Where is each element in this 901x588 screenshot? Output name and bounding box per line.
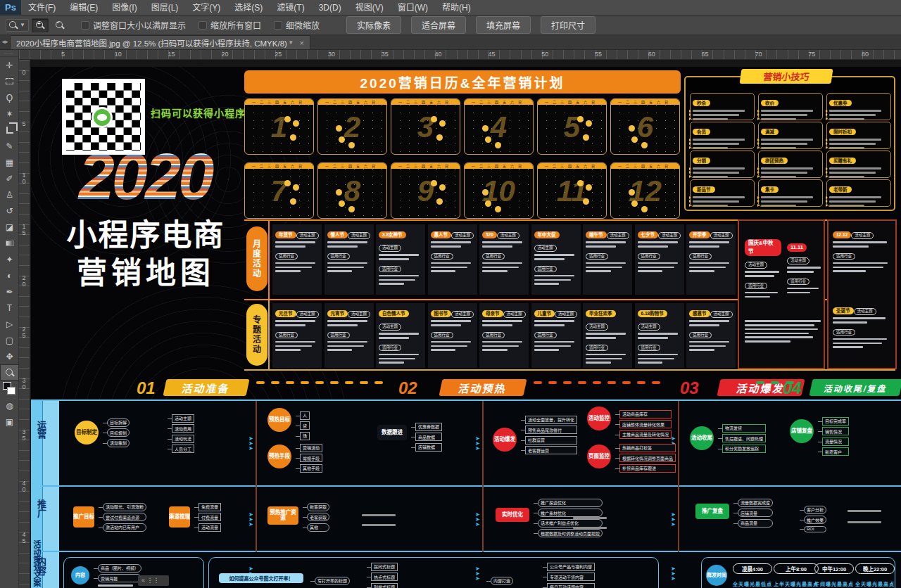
- dodge-tool-icon[interactable]: ◐: [0, 267, 19, 283]
- lasso-tool-icon[interactable]: Ϙ: [0, 89, 19, 106]
- calendar-grid: 11: [538, 169, 606, 219]
- text-line: [787, 271, 814, 273]
- menu-item-V[interactable]: 视图(V): [348, 0, 391, 15]
- event-card: 白色情人节活动主题适用行业: [376, 303, 425, 368]
- mindmap-item: 社群运营: [525, 436, 577, 445]
- options-button[interactable]: 打印尺寸: [541, 16, 596, 34]
- text-line: [693, 205, 728, 207]
- highlight-date-dot: [631, 136, 638, 143]
- text-line: [327, 341, 367, 343]
- theme-pill: 活动主题: [348, 311, 370, 318]
- checkbox-label: 缩放所有窗口: [210, 19, 261, 31]
- text-line: [482, 245, 512, 248]
- event-card: 情人节活动主题适用行业: [325, 224, 374, 295]
- checkbox[interactable]: [274, 21, 282, 30]
- screen-mode-icon[interactable]: ▣: [0, 414, 19, 430]
- highlight-date-dot: [293, 120, 299, 127]
- content-output-list: 公众号产品与福利内容专项活动干货内容每日互动话题内容实时社会性内容: [547, 561, 595, 588]
- calendar-month-number: 9: [391, 174, 460, 208]
- background-color-swatch[interactable]: [7, 387, 15, 395]
- calendar-weekday-row: 一二三四五六日: [391, 163, 460, 169]
- shape-tool-icon[interactable]: ▢: [0, 332, 19, 348]
- text-line: [431, 349, 456, 351]
- brush-tool-icon[interactable]: ✐: [0, 170, 19, 186]
- hand-tool-icon[interactable]: ✥: [0, 348, 19, 364]
- event-title-pill: 国庆&中秋节: [745, 239, 781, 256]
- gradient-tool-icon: [6, 241, 14, 246]
- ruler-number: 20: [20, 274, 27, 287]
- menu-item-L[interactable]: 图层(L): [144, 0, 186, 15]
- menu-item-S[interactable]: 选择(S): [227, 0, 270, 15]
- color-swatches[interactable]: [0, 381, 19, 397]
- dash: [360, 381, 368, 384]
- mindmap-item: 根据数据及时调整活动页面把控: [538, 529, 603, 537]
- healing-brush-tool-icon[interactable]: ▦: [0, 154, 19, 170]
- blur-tool-icon[interactable]: ✦: [0, 251, 19, 267]
- history-brush-tool-icon[interactable]: ↺: [0, 203, 19, 219]
- text-line: [761, 114, 807, 116]
- menu-item-I[interactable]: 图像(I): [105, 0, 144, 15]
- highlight-date-dot: [485, 136, 491, 143]
- quick-mask-icon[interactable]: ◍: [0, 397, 19, 414]
- headline-type-list: 提问式标题热点式标题列举式标题视角式标题: [371, 561, 398, 588]
- zoom-out-button[interactable]: −: [51, 18, 68, 32]
- text-line: [833, 262, 888, 264]
- mindmap-node: 预热手段: [267, 445, 291, 468]
- text-line: [379, 283, 404, 285]
- dash: [563, 381, 572, 384]
- mindmap-items: 人货场: [300, 409, 310, 440]
- move-tool-icon[interactable]: ✛: [0, 57, 19, 73]
- options-button[interactable]: 适合屏幕: [411, 16, 466, 34]
- clone-stamp-tool-icon[interactable]: ♙: [0, 186, 19, 203]
- menu-item-E[interactable]: 编辑(E): [63, 0, 105, 15]
- crop-tool-icon[interactable]: [0, 122, 19, 138]
- pen-tool-icon[interactable]: ✒: [0, 283, 19, 300]
- zoom-tool-icon[interactable]: [0, 364, 19, 381]
- text-line: [482, 324, 512, 326]
- document-canvas[interactable]: 扫码可以获得小程序扶持2020小程序电商营销地图2020营销日历&全年营销计划一…: [30, 60, 901, 588]
- stage-dashes: [756, 381, 805, 388]
- gradient-tool-icon[interactable]: [0, 235, 19, 251]
- calendar-weekday-row: 一二三四五六日: [538, 99, 606, 105]
- highlight-date-dot: [631, 200, 638, 207]
- scrollbar-fragment[interactable]: « ⋮⋮: [138, 575, 169, 586]
- path-select-tool-icon[interactable]: ▷: [0, 316, 19, 332]
- theme-pill: 活动主题: [710, 311, 733, 318]
- document-tab[interactable]: 2020小程序电商营销地图.jpg @ 12.5% (扫码可以获得小程序扶持, …: [10, 35, 310, 49]
- zoom-tool-preset[interactable]: ▼: [6, 19, 29, 32]
- event-title-pill: 端午节: [586, 231, 607, 238]
- close-tab-icon[interactable]: ×: [300, 39, 304, 47]
- options-button[interactable]: 实际像素: [346, 16, 401, 34]
- menu-item-T[interactable]: 滤镜(T): [270, 0, 311, 15]
- menu-item-H[interactable]: 帮助(H): [435, 0, 478, 15]
- eraser-tool-icon[interactable]: ◪: [0, 219, 19, 235]
- menu-item-3DD[interactable]: 3D(D): [312, 0, 348, 15]
- toolbox-grip[interactable]: ⋯⋯: [0, 50, 18, 57]
- photoshop-window: Ps 文件(F)编辑(E)图像(I)图层(L)文字(Y)选择(S)滤镜(T)3D…: [0, 0, 901, 588]
- event-card: 感恩节活动主题适用行业: [686, 303, 736, 368]
- menu-item-Y[interactable]: 文字(Y): [185, 0, 227, 15]
- tip-card: 限时折扣: [826, 122, 891, 149]
- menu-item-W[interactable]: 窗口(W): [391, 0, 435, 15]
- checkbox[interactable]: [81, 21, 89, 30]
- theme-pill: 活动主题: [638, 324, 660, 331]
- marquee-tool-icon[interactable]: [0, 73, 19, 89]
- dash: [271, 381, 279, 384]
- mindmap-item: 店铺整体流量转化效果: [619, 420, 672, 428]
- eyedropper-tool-icon[interactable]: ✎: [0, 138, 19, 154]
- mindmap-node: 活动监控: [587, 407, 611, 430]
- menu-item-F[interactable]: 文件(F): [21, 0, 63, 15]
- magic-wand-tool-icon[interactable]: ✶: [0, 106, 19, 122]
- event-title-pill: 年中大促: [534, 231, 560, 238]
- dash: [534, 381, 542, 384]
- mindmap-node: 店铺复盘: [790, 419, 814, 443]
- text-line: [534, 349, 560, 351]
- type-tool-icon[interactable]: T: [0, 300, 19, 316]
- text-line: [534, 324, 565, 326]
- options-button[interactable]: 填充屏幕: [476, 16, 531, 34]
- collapse-panels-icon[interactable]: ◂▸: [0, 34, 10, 49]
- highlight-date-dot: [339, 200, 345, 207]
- checkbox[interactable]: [199, 21, 207, 30]
- event-card: 年中大促活动主题适用行业: [531, 224, 581, 295]
- zoom-in-button[interactable]: +: [32, 18, 49, 32]
